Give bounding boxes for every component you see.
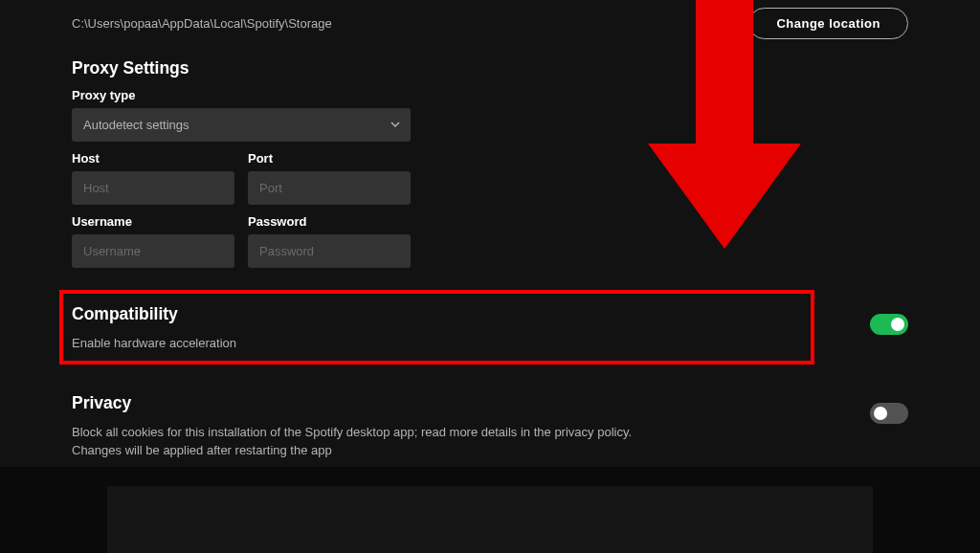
password-input[interactable] [248, 234, 411, 268]
proxy-type-select[interactable]: Autodetect settings [72, 108, 411, 142]
compatibility-title: Compatibility [72, 304, 646, 324]
toggle-handle [891, 318, 904, 331]
proxy-settings-title: Proxy Settings [72, 58, 908, 78]
privacy-section: Privacy Block all cookies for this insta… [72, 384, 908, 470]
host-label: Host [72, 151, 234, 166]
host-input[interactable] [72, 171, 234, 205]
hardware-accel-toggle[interactable] [870, 314, 908, 335]
privacy-title: Privacy [72, 393, 646, 413]
proxy-type-label: Proxy type [72, 88, 908, 102]
privacy-cookies-desc: Block all cookies for this installation … [72, 423, 646, 460]
privacy-cookies-toggle[interactable] [870, 403, 908, 424]
storage-location-row: C:\Users\popaa\AppData\Local\Spotify\Sto… [72, 8, 908, 39]
username-input[interactable] [72, 234, 234, 268]
username-label: Username [72, 214, 234, 229]
hardware-accel-label: Enable hardware acceleration [72, 334, 646, 353]
port-input[interactable] [248, 171, 411, 205]
compatibility-section: Compatibility Enable hardware accelerati… [72, 295, 908, 363]
bottom-panel [0, 467, 980, 553]
storage-path-text: C:\Users\popaa\AppData\Local\Spotify\Sto… [72, 16, 332, 31]
bottom-inner-panel [107, 486, 873, 553]
toggle-handle [874, 407, 887, 420]
password-label: Password [248, 214, 411, 229]
port-label: Port [248, 151, 411, 166]
change-location-button[interactable]: Change location [748, 8, 908, 39]
